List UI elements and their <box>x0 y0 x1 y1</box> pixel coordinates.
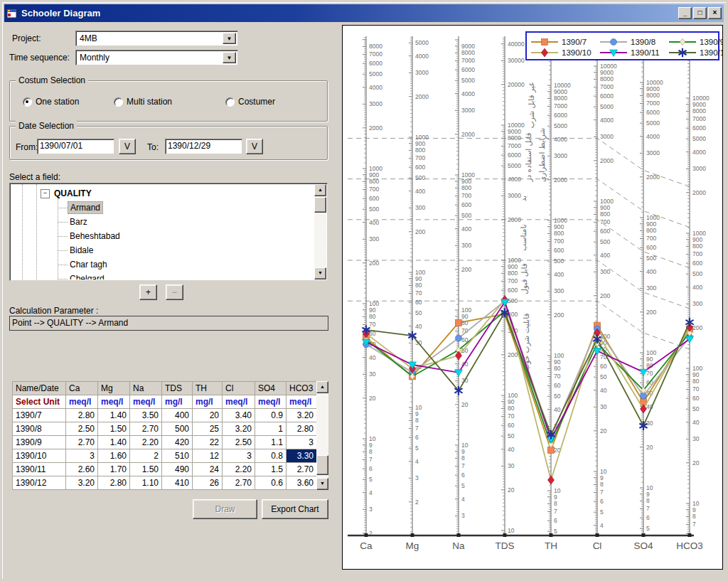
project-combobox[interactable]: 4MB ▼ <box>75 31 238 46</box>
table-cell[interactable]: 1.70 <box>98 463 130 476</box>
row-label[interactable]: 1390/12 <box>13 476 66 490</box>
calculation-parameter-box[interactable]: Point --> QUALITY --> Armand <box>9 316 328 331</box>
tree-node-quality[interactable]: QUALITY <box>52 188 94 199</box>
table-cell[interactable]: 2.70 <box>287 463 317 476</box>
scroll-down-icon[interactable]: ▼ <box>316 478 328 490</box>
table-cell[interactable]: 1.50 <box>98 422 130 436</box>
title-bar[interactable]: Schooler Diagram _ □ × <box>4 4 724 22</box>
table-cell[interactable]: 3.40 <box>223 409 255 422</box>
time-sequence-combobox[interactable]: Monthly ▼ <box>75 50 238 65</box>
tree-item-bidale[interactable]: Bidale <box>68 245 95 256</box>
unit-cell[interactable]: meq/l <box>130 395 162 409</box>
table-cell[interactable]: 22 <box>193 436 223 449</box>
table-cell[interactable]: 3.20 <box>66 476 98 490</box>
scroll-up-icon[interactable]: ▲ <box>314 184 326 196</box>
column-header-mg[interactable]: Mg <box>98 382 130 395</box>
table-cell[interactable]: 420 <box>162 436 193 449</box>
table-cell[interactable]: 2.80 <box>287 422 317 436</box>
column-header-th[interactable]: TH <box>193 382 223 395</box>
row-label[interactable]: 1390/7 <box>13 409 66 422</box>
export-chart-button[interactable]: Export Chart <box>262 499 328 519</box>
row-label[interactable]: 1390/10 <box>13 449 66 463</box>
table-cell[interactable]: 2.80 <box>66 409 98 422</box>
table-cell[interactable]: 1 <box>255 422 287 436</box>
table-cell[interactable]: 500 <box>162 422 193 436</box>
to-date-input[interactable]: 1390/12/29 <box>165 139 242 154</box>
table-cell[interactable]: 2.50 <box>223 436 255 449</box>
row-label[interactable]: 1390/9 <box>13 436 66 449</box>
table-cell[interactable]: 0.8 <box>255 449 287 463</box>
table-cell[interactable]: 20 <box>193 409 223 422</box>
field-treeview[interactable]: −QUALITYArmandBarzBeheshtabadBidaleChar … <box>9 183 328 281</box>
column-header-hco3[interactable]: HCO3 <box>287 382 317 395</box>
table-cell[interactable]: 3.50 <box>130 409 162 422</box>
radio-costumer[interactable]: Costumer <box>225 97 275 107</box>
table-cell[interactable]: 2.70 <box>130 422 162 436</box>
column-header-tds[interactable]: TDS <box>162 382 193 395</box>
table-cell[interactable]: 2.50 <box>66 422 98 436</box>
chevron-down-icon[interactable]: ▼ <box>223 52 236 63</box>
unit-cell[interactable]: meq/l <box>255 395 287 409</box>
tree-item-beheshtabad[interactable]: Beheshtabad <box>68 230 122 242</box>
table-cell[interactable]: 2.70 <box>223 476 255 490</box>
tree-item-armand[interactable]: Armand <box>68 201 103 214</box>
maximize-button[interactable]: □ <box>693 7 707 19</box>
tree-collapse-icon[interactable]: − <box>41 189 50 198</box>
radio-one-station[interactable]: One station <box>23 97 79 107</box>
table-cell[interactable]: 510 <box>162 449 193 463</box>
table-cell[interactable]: 3.20 <box>223 422 255 436</box>
table-cell[interactable]: 1.40 <box>98 436 130 449</box>
close-button[interactable]: × <box>708 7 722 19</box>
table-cell[interactable]: 1.40 <box>98 409 130 422</box>
column-header-name-date[interactable]: Name/Date <box>13 382 66 395</box>
table-cell[interactable]: 24 <box>193 463 223 476</box>
table-cell[interactable]: 400 <box>162 409 193 422</box>
row-label[interactable]: 1390/8 <box>13 422 66 436</box>
table-cell[interactable]: 26 <box>193 476 223 490</box>
table-scrollbar[interactable]: ▲ ▼ <box>316 381 328 490</box>
minimize-button[interactable]: _ <box>678 7 692 19</box>
table-cell[interactable]: 3 <box>66 449 98 463</box>
table-scrollbar-thumb[interactable] <box>316 455 328 475</box>
scroll-down-icon[interactable]: ▼ <box>314 267 326 279</box>
table-cell[interactable]: 2.70 <box>66 436 98 449</box>
to-date-picker-button[interactable]: V <box>246 139 263 154</box>
unit-cell[interactable]: meq/l <box>98 395 130 409</box>
table-cell[interactable]: 2 <box>130 449 162 463</box>
column-header-na[interactable]: Na <box>130 382 162 395</box>
unit-row-label[interactable]: Select Unit <box>13 395 66 409</box>
table-cell[interactable]: 2.60 <box>66 463 98 476</box>
radio-multi-station[interactable]: Multi station <box>114 97 172 107</box>
tree-scrollbar[interactable]: ▲ ▼ <box>314 184 326 279</box>
table-cell[interactable]: 410 <box>162 476 193 490</box>
chevron-down-icon[interactable]: ▼ <box>223 33 236 44</box>
unit-cell[interactable]: meq/l <box>66 395 98 409</box>
table-cell[interactable]: 2.80 <box>98 476 130 490</box>
table-cell[interactable]: 3 <box>287 436 317 449</box>
column-header-cl[interactable]: Cl <box>223 382 255 395</box>
add-field-button[interactable]: + <box>139 284 157 300</box>
column-header-so4[interactable]: SO4 <box>255 382 287 395</box>
unit-cell[interactable]: meq/l <box>223 395 255 409</box>
table-cell[interactable]: 0.9 <box>255 409 287 422</box>
scroll-up-icon[interactable]: ▲ <box>316 381 328 393</box>
remove-field-button[interactable]: − <box>166 284 183 300</box>
table-cell[interactable]: 1.1 <box>255 436 287 449</box>
unit-cell[interactable]: mg/l <box>193 395 223 409</box>
data-table[interactable]: Name/DateCaMgNaTDSTHClSO4HCO3Select Unit… <box>12 381 317 490</box>
table-cell[interactable]: 1.50 <box>130 463 162 476</box>
draw-button[interactable]: Draw <box>193 499 257 519</box>
unit-cell[interactable]: mg/l <box>162 395 193 409</box>
from-date-picker-button[interactable]: V <box>119 139 136 154</box>
table-cell[interactable]: 1.60 <box>98 449 130 463</box>
table-cell[interactable]: 25 <box>193 422 223 436</box>
table-cell[interactable]: 3 <box>223 449 255 463</box>
column-header-ca[interactable]: Ca <box>66 382 98 395</box>
table-cell[interactable]: 2.20 <box>223 463 255 476</box>
table-cell[interactable]: 3.30 <box>287 449 317 463</box>
table-cell[interactable]: 490 <box>162 463 193 476</box>
tree-scrollbar-thumb[interactable] <box>314 197 326 213</box>
table-cell[interactable]: 0.6 <box>255 476 287 490</box>
row-label[interactable]: 1390/11 <box>13 463 66 476</box>
table-cell[interactable]: 3.20 <box>287 409 317 422</box>
